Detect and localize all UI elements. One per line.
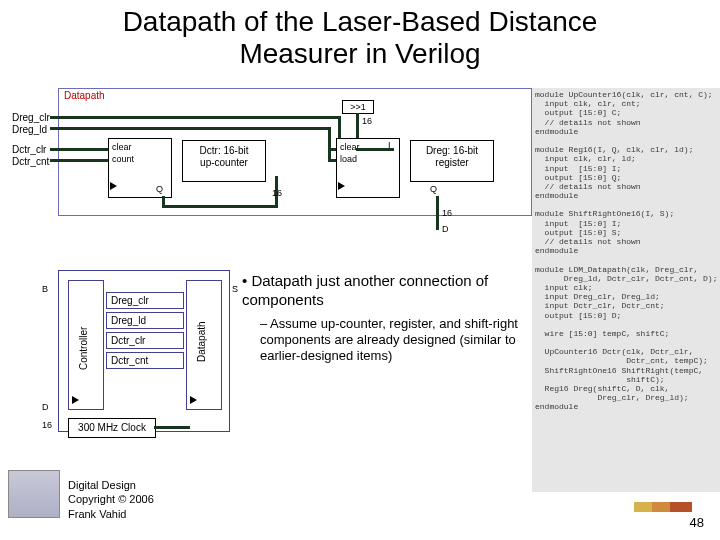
row-dctr-clr: Dctr_clr [106, 332, 184, 349]
bullet-sub: – Assume up-counter, register, and shift… [260, 316, 522, 365]
bus-dreg-ld [50, 127, 330, 130]
footer-1: Digital Design [68, 479, 136, 491]
footer-3: Frank Vahid [68, 508, 127, 520]
bus-dregld-v [328, 127, 331, 159]
ctrl-16: 16 [42, 420, 52, 430]
sig-dctr-cnt: Dctr_cnt [12, 156, 49, 167]
bus-clock [154, 426, 190, 429]
bus-q-v [436, 196, 439, 230]
w16b: 16 [442, 208, 452, 218]
verilog-code: module UpCounter16(clk, clr, cnt, C); in… [532, 88, 720, 492]
row-dreg-ld: Dreg_ld [106, 312, 184, 329]
dreg-name: Dreg: 16-bit register [410, 140, 494, 182]
w16a: 16 [272, 188, 282, 198]
sig-dreg-clr: Dreg_clr [12, 112, 50, 123]
ctrl-s: S [232, 284, 238, 294]
datapath-label: Datapath [64, 90, 105, 101]
clock-box: 300 MHz Clock [68, 418, 156, 438]
datapath-v-label: Datapath [196, 321, 207, 362]
footer: Digital Design Copyright © 2006 Frank Va… [68, 478, 154, 521]
title-line2: Measurer in Verilog [239, 38, 480, 69]
bullet-main: Datapath just another connection of comp… [242, 272, 488, 308]
ctrl-d: D [42, 402, 49, 412]
datapath-clk-tri [190, 396, 197, 404]
controller-label: Controller [78, 327, 89, 370]
bus-dctr-clr [50, 148, 108, 151]
dreg-q: Q [430, 184, 437, 194]
dctr-clear: clear [112, 142, 132, 152]
title-line1: Datapath of the Laser-Based Distance [123, 6, 598, 37]
row-dctr-cnt: Dctr_cnt [106, 352, 184, 369]
dctr-count: count [112, 154, 134, 164]
bus-dreg-clr [50, 116, 340, 119]
book-thumbnail [8, 470, 60, 518]
bus-i-h [356, 148, 394, 151]
footer-2: Copyright © 2006 [68, 493, 154, 505]
bullet-block: • Datapath just another connection of co… [242, 272, 522, 364]
dreg-load: load [340, 154, 357, 164]
sig-dreg-ld: Dreg_ld [12, 124, 47, 135]
page-number: 48 [690, 515, 704, 530]
sig-dctr-clr: Dctr_clr [12, 144, 46, 155]
bus-dctr-cnt [50, 159, 108, 162]
dctr-q: Q [156, 184, 163, 194]
shift-box: >>1 [342, 100, 374, 114]
controller-clk-tri [72, 396, 79, 404]
dctr-clk-tri [110, 182, 117, 190]
bus-dctrq-h [162, 205, 278, 208]
ctrl-b: B [42, 284, 48, 294]
d-out: D [442, 224, 449, 234]
decor-bars [634, 502, 692, 512]
slide-title: Datapath of the Laser-Based Distance Mea… [0, 6, 720, 70]
shift-w: 16 [362, 116, 372, 126]
row-dreg-clr: Dreg_clr [106, 292, 184, 309]
dctr-name: Dctr: 16-bit up-counter [182, 140, 266, 182]
dreg-clk-tri [338, 182, 345, 190]
